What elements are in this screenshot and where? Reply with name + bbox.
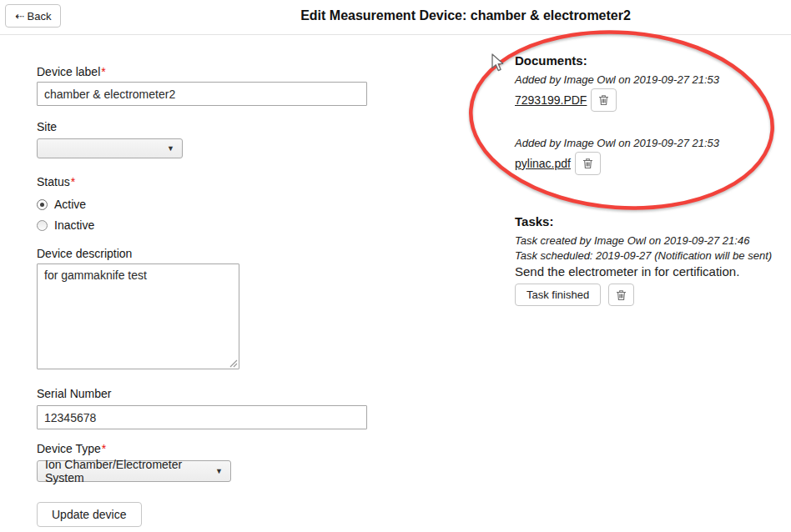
radio-button[interactable] (37, 220, 48, 231)
trash-icon (598, 94, 609, 106)
serial-number-label: Serial Number (37, 387, 111, 400)
device-type-select[interactable]: Ion Chamber/Electrometer System ▼ (37, 460, 231, 482)
device-type-label: Device Type* (37, 442, 106, 455)
task-description: Send the electrometer in for certificati… (515, 264, 739, 279)
trash-icon (616, 289, 627, 301)
device-label-input[interactable] (37, 82, 367, 106)
document-link[interactable]: pylinac.pdf (515, 152, 571, 175)
edit-device-page: ⇠ Back Edit Measurement Device: chamber … (0, 0, 791, 532)
serial-number-input[interactable] (37, 405, 367, 429)
delete-document-button[interactable] (591, 88, 617, 112)
tasks-heading: Tasks: (515, 214, 553, 228)
delete-document-button[interactable] (575, 152, 601, 175)
page-title: Edit Measurement Device: chamber & elect… (300, 8, 631, 23)
radio-label: Active (54, 198, 86, 211)
description-label: Device description (37, 247, 132, 260)
status-option-inactive[interactable]: Inactive (37, 219, 94, 231)
document-added-by: Added by Image Owl on 2019-09-27 21:53 (515, 137, 719, 149)
status-label: Status* (37, 175, 75, 188)
trash-icon (582, 158, 593, 169)
document-row: pylinac.pdf (515, 152, 601, 175)
task-created-text: Task created by Image Owl on 2019-09-27 … (515, 234, 749, 247)
task-actions: Task finished (515, 284, 634, 306)
delete-task-button[interactable] (608, 284, 634, 306)
device-type-select-value: Ion Chamber/Electrometer System (45, 458, 215, 484)
site-label: Site (37, 120, 57, 133)
radio-label: Inactive (54, 218, 94, 232)
document-added-by: Added by Image Owl on 2019-09-27 21:53 (515, 73, 719, 86)
document-row: 7293199.PDF (515, 88, 617, 112)
chevron-down-icon: ▼ (167, 145, 174, 153)
mouse-cursor-icon (491, 53, 506, 73)
header-divider (0, 34, 791, 35)
document-link[interactable]: 7293199.PDF (515, 88, 587, 112)
description-field-wrap: for gammaknife test (37, 263, 239, 369)
required-asterisk: * (101, 65, 105, 78)
task-finished-button[interactable]: Task finished (515, 284, 601, 306)
update-device-button[interactable]: Update device (37, 502, 142, 527)
chevron-down-icon: ▼ (215, 468, 223, 475)
status-option-active[interactable]: Active (37, 198, 86, 210)
required-asterisk: * (102, 442, 106, 455)
annotation-circle (451, 15, 791, 223)
radio-button[interactable] (37, 199, 48, 210)
description-textarea[interactable]: for gammaknife test (37, 263, 239, 369)
back-button[interactable]: ⇠ Back (5, 4, 61, 28)
site-select[interactable]: ▼ (37, 138, 183, 158)
task-scheduled-text: Task scheduled: 2019-09-27 (Notification… (515, 249, 772, 262)
documents-heading: Documents: (515, 53, 587, 68)
required-asterisk: * (71, 175, 75, 188)
device-label-label: Device label* (37, 65, 106, 78)
